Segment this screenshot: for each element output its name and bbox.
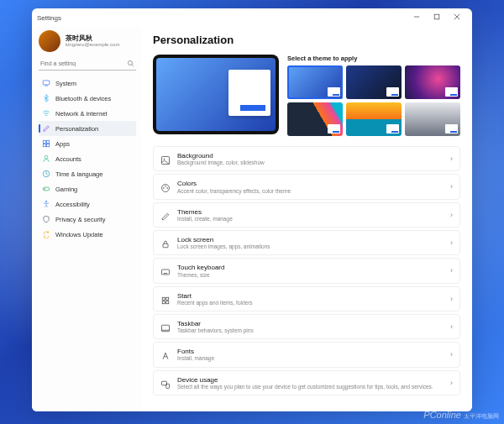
- card-title: Themes: [177, 208, 444, 216]
- sidebar-item-label: Network & internet: [55, 110, 108, 118]
- background-icon: [160, 154, 171, 164]
- sidebar-item-system[interactable]: System: [39, 76, 136, 91]
- svg-point-4: [128, 60, 132, 65]
- watermark: PConline 太平洋电脑网: [423, 410, 499, 421]
- main-content: Personalization Select a theme to apply …: [141, 27, 472, 411]
- card-desc: Lock screen images, apps, animations: [177, 243, 444, 249]
- accessibility-icon: [42, 200, 50, 208]
- card-desc: Select all the ways you plan to use your…: [177, 384, 444, 390]
- card-desc: Install, manage: [177, 355, 444, 361]
- sidebar-item-label: Accounts: [55, 155, 81, 163]
- card-title: Taskbar: [177, 320, 444, 327]
- sidebar-item-label: Bluetooth & devices: [55, 95, 111, 102]
- svg-rect-14: [43, 187, 50, 191]
- close-button[interactable]: [447, 13, 467, 22]
- sidebar-item-label: Gaming: [55, 186, 77, 193]
- svg-point-12: [45, 155, 48, 159]
- setting-start[interactable]: StartRecent apps and items, folders›: [153, 286, 460, 311]
- card-desc: Taskbar behaviors, system pins: [177, 327, 444, 333]
- maximize-button[interactable]: [427, 13, 447, 22]
- taskbar-icon: [160, 322, 171, 332]
- card-desc: Accent color, transparency effects, colo…: [177, 188, 444, 194]
- themes-icon: [160, 210, 171, 220]
- chevron-right-icon: ›: [450, 182, 453, 191]
- svg-rect-32: [162, 301, 165, 304]
- svg-rect-31: [166, 297, 169, 300]
- theme-3[interactable]: [405, 65, 460, 99]
- card-title: Colors: [177, 180, 444, 187]
- profile-block[interactable]: 茶时风秋 kingzero@example.com: [39, 29, 136, 57]
- chevron-right-icon: ›: [450, 295, 453, 303]
- start-icon: [160, 294, 171, 304]
- sidebar-item-accessibility[interactable]: Accessibility: [39, 196, 136, 212]
- setting-deviceusage[interactable]: Device usageSelect all the ways you plan…: [153, 370, 460, 395]
- settings-list: BackgroundBackground image, color, slide…: [153, 146, 460, 395]
- theme-5[interactable]: [346, 102, 402, 136]
- search-box[interactable]: [39, 57, 136, 71]
- sidebar-item-apps[interactable]: Apps: [39, 136, 136, 151]
- sidebar-item-network[interactable]: Network & internet: [39, 106, 136, 121]
- svg-rect-33: [166, 301, 169, 304]
- apps-icon: [42, 139, 50, 148]
- theme-6[interactable]: [405, 102, 460, 136]
- chevron-right-icon: ›: [450, 350, 453, 359]
- svg-rect-6: [43, 81, 50, 85]
- svg-point-21: [165, 186, 166, 187]
- card-title: Fonts: [177, 348, 444, 355]
- sidebar-item-label: System: [55, 80, 76, 87]
- setting-taskbar[interactable]: TaskbarTaskbar behaviors, system pins›: [153, 314, 460, 339]
- privacy-icon: [42, 215, 50, 223]
- theme-4[interactable]: [287, 102, 343, 136]
- sidebar-item-privacy[interactable]: Privacy & security: [39, 212, 136, 227]
- setting-lockscreen[interactable]: Lock screenLock screen images, apps, ani…: [153, 230, 460, 255]
- accounts-icon: [42, 154, 50, 163]
- svg-line-5: [132, 65, 134, 66]
- svg-rect-9: [47, 140, 50, 143]
- sidebar-item-label: Apps: [55, 140, 70, 148]
- themes-section: Select a theme to apply: [287, 55, 460, 136]
- setting-colors[interactable]: ColorsAccent color, transparency effects…: [153, 174, 460, 199]
- svg-rect-30: [162, 297, 165, 300]
- theme-2[interactable]: [346, 65, 402, 99]
- titlebar: Settings: [32, 8, 472, 27]
- setting-background[interactable]: BackgroundBackground image, color, slide…: [153, 146, 460, 171]
- search-input[interactable]: [40, 60, 127, 66]
- sidebar-item-label: Time & language: [55, 170, 102, 178]
- sidebar-item-accounts[interactable]: Accounts: [39, 151, 136, 166]
- sidebar-item-personalization[interactable]: Personalization: [39, 121, 136, 136]
- fonts-icon: [160, 349, 171, 359]
- svg-rect-1: [434, 14, 439, 19]
- card-title: Lock screen: [177, 236, 444, 243]
- sidebar-item-gaming[interactable]: Gaming: [39, 181, 136, 196]
- setting-themes[interactable]: ThemesInstall, create, manage›: [153, 202, 460, 228]
- setting-fonts[interactable]: FontsInstall, manage›: [153, 342, 460, 367]
- time-icon: [42, 170, 50, 178]
- bluetooth-icon: [42, 94, 50, 102]
- setting-touchkb[interactable]: Touch keyboardThemes, size›: [153, 258, 460, 283]
- card-desc: Install, create, manage: [177, 216, 444, 222]
- minimize-button[interactable]: [407, 13, 427, 22]
- desktop-preview: [153, 55, 279, 134]
- theme-1[interactable]: [287, 65, 343, 99]
- sidebar-item-label: Personalization: [55, 125, 98, 133]
- themes-title: Select a theme to apply: [287, 55, 460, 62]
- chevron-right-icon: ›: [450, 379, 453, 387]
- system-icon: [42, 79, 50, 87]
- svg-rect-8: [43, 140, 45, 143]
- update-icon: [42, 230, 50, 238]
- card-title: Start: [177, 292, 444, 300]
- sidebar-item-time[interactable]: Time & language: [39, 166, 136, 181]
- deviceusage-icon: [160, 378, 171, 388]
- gaming-icon: [42, 185, 50, 193]
- sidebar-nav: SystemBluetooth & devicesNetwork & inter…: [39, 76, 136, 242]
- personalization-icon: [42, 124, 50, 133]
- sidebar-item-bluetooth[interactable]: Bluetooth & devices: [39, 91, 136, 106]
- window-title: Settings: [37, 14, 61, 22]
- svg-point-19: [164, 159, 165, 160]
- sidebar-item-update[interactable]: Windows Update: [39, 227, 136, 242]
- avatar: [39, 30, 60, 52]
- profile-name: 茶时风秋: [66, 35, 119, 43]
- colors-icon: [160, 181, 171, 191]
- svg-point-22: [167, 188, 169, 190]
- sidebar-item-label: Windows Update: [55, 231, 103, 238]
